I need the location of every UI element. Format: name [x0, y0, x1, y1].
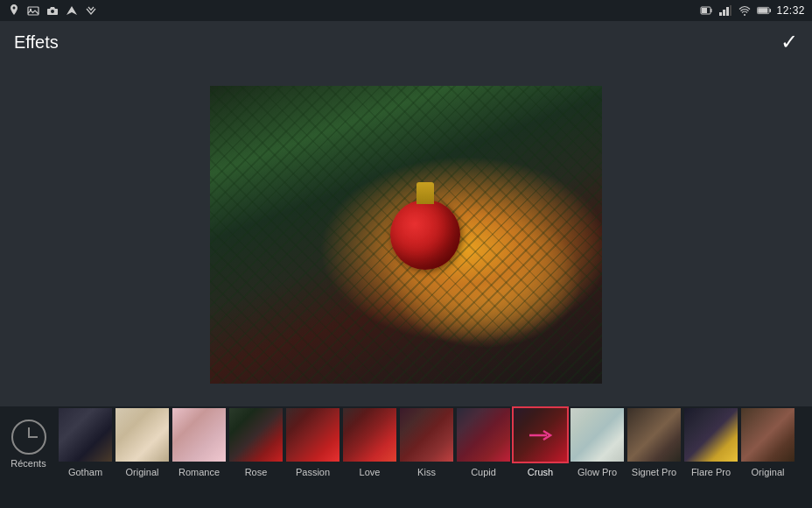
- filter-label-flarepro: Flare Pro: [691, 467, 731, 477]
- svg-rect-5: [702, 8, 707, 13]
- svg-rect-9: [730, 5, 732, 16]
- filter-item-crush[interactable]: Crush: [512, 406, 569, 508]
- filter-label-signetpro: Signet Pro: [632, 467, 676, 477]
- svg-rect-7: [723, 10, 725, 16]
- filter-thumb-crush: [514, 408, 567, 462]
- wifi-extra-icon: [84, 4, 98, 18]
- time-display: 12:32: [776, 4, 805, 18]
- status-left-icons: [7, 4, 98, 18]
- signal-icon: [718, 4, 732, 18]
- filter-label-recent: Récents: [10, 458, 46, 469]
- camera-icon: [46, 4, 60, 18]
- filter-item-passion[interactable]: Passion: [284, 406, 341, 508]
- svg-rect-12: [770, 9, 772, 12]
- page-title: Effets: [14, 32, 59, 53]
- confirm-button[interactable]: ✓: [780, 30, 798, 54]
- filter-label-original2: Original: [752, 467, 785, 477]
- filter-label-original: Original: [126, 467, 159, 477]
- filter-label-love: Love: [360, 467, 381, 477]
- status-bar: 12:32: [0, 0, 812, 21]
- nav-icon-status: [65, 4, 79, 18]
- filter-label-kiss: Kiss: [417, 467, 436, 477]
- svg-rect-8: [726, 7, 729, 16]
- svg-rect-13: [759, 8, 768, 13]
- filter-item-romance[interactable]: Romance: [171, 406, 228, 508]
- battery-save-icon: [699, 4, 713, 18]
- wifi-icon: [738, 4, 752, 18]
- filter-thumb-kiss: [400, 408, 453, 462]
- filter-item-signetpro[interactable]: Signet Pro: [626, 406, 682, 508]
- filter-label-romance: Romance: [178, 467, 220, 477]
- filter-thumb-rose: [229, 408, 283, 462]
- filter-label-gotham: Gotham: [68, 467, 102, 477]
- location-icon: [7, 4, 21, 18]
- filter-thumb-cupid: [457, 408, 510, 462]
- image-icon: [26, 4, 40, 18]
- filter-label-passion: Passion: [296, 467, 330, 477]
- filter-thumb-original: [116, 408, 169, 462]
- filter-thumb-glowpro: [570, 408, 624, 462]
- filter-item-rose[interactable]: Rose: [228, 406, 284, 508]
- filter-thumb-romance: [172, 408, 226, 462]
- filter-item-original2[interactable]: Original: [739, 406, 796, 508]
- filter-thumb-passion: [286, 408, 340, 462]
- filter-item-original[interactable]: Original: [114, 406, 171, 508]
- filter-thumb-signetpro: [627, 408, 681, 462]
- svg-point-2: [51, 10, 54, 13]
- filter-item-love[interactable]: Love: [341, 406, 398, 508]
- filter-thumb-flarepro: [684, 408, 738, 462]
- filter-item-cupid[interactable]: Cupid: [455, 406, 512, 508]
- status-right-icons: 12:32: [699, 4, 805, 18]
- filter-thumb-original2: [741, 408, 794, 462]
- ornament: [390, 200, 460, 270]
- svg-point-10: [744, 14, 746, 16]
- filter-thumb-love: [343, 408, 396, 462]
- filter-label-rose: Rose: [245, 467, 268, 477]
- svg-rect-4: [710, 9, 712, 12]
- filter-label-glowpro: Glow Pro: [578, 467, 617, 477]
- filter-item-glowpro[interactable]: Glow Pro: [569, 406, 626, 508]
- battery-icon: [757, 4, 771, 18]
- svg-rect-6: [719, 12, 722, 16]
- filter-item-flarepro[interactable]: Flare Pro: [682, 406, 739, 508]
- filter-item-recent[interactable]: Récents: [0, 406, 57, 508]
- filter-label-crush: Crush: [528, 467, 553, 477]
- main-image-area: [0, 63, 812, 406]
- filter-item-kiss[interactable]: Kiss: [398, 406, 455, 508]
- main-photo: [210, 86, 602, 384]
- filter-item-gotham[interactable]: Gotham: [57, 406, 114, 508]
- clock-icon: [11, 420, 46, 455]
- filter-label-cupid: Cupid: [471, 467, 496, 477]
- filter-thumb-gotham: [59, 408, 112, 462]
- filter-strip: Récents Gotham Original Romance Rose Pas…: [0, 406, 812, 508]
- top-toolbar: Effets ✓: [0, 21, 812, 63]
